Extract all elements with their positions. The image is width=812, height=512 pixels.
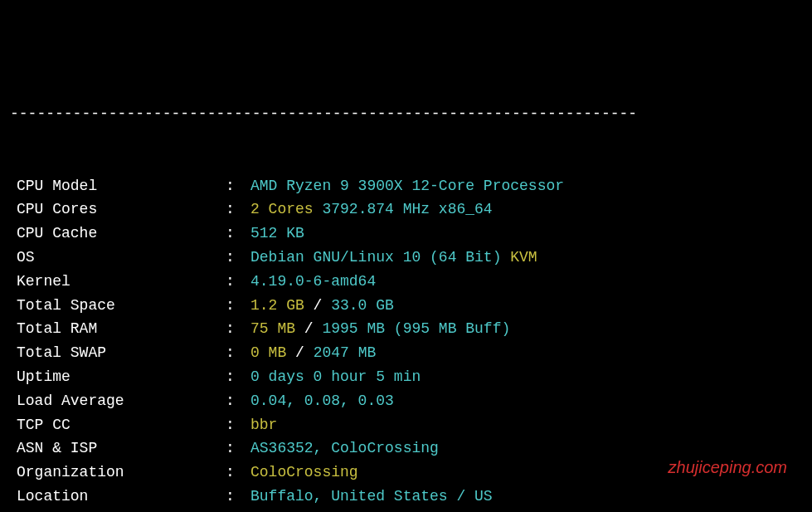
info-row-5-label: Total Space <box>10 294 226 318</box>
watermark: zhujiceping.com <box>669 454 787 480</box>
colon: : <box>226 389 250 413</box>
info-row-13-label: Location <box>10 485 226 509</box>
info-row-5-value: 1.2 GB / 33.0 GB <box>250 294 802 318</box>
info-row-7-value: 0 MB / 2047 MB <box>250 341 802 365</box>
info-row-1: CPU Cores: 2 Cores 3792.874 MHz x86_64 <box>10 197 802 222</box>
info-row-2-value: 512 KB <box>250 222 802 246</box>
info-row-3-value: Debian GNU/Linux 10 (64 Bit) KVM <box>250 246 802 270</box>
info-row-8-value: 0 days 0 hour 5 min <box>250 365 802 389</box>
colon: : <box>226 341 250 365</box>
colon: : <box>226 246 250 270</box>
info-row-6-label: Total RAM <box>10 317 226 341</box>
info-row-1-value: 2 Cores 3792.874 MHz x86_64 <box>250 197 802 222</box>
info-row-1-label: CPU Cores <box>10 197 226 222</box>
info-row-3-label: OS <box>10 246 226 270</box>
info-row-12-label: Organization <box>10 461 226 485</box>
colon: : <box>226 222 250 246</box>
colon: : <box>226 270 250 294</box>
info-row-0-label: CPU Model <box>10 174 226 198</box>
info-row-13: Location: Buffalo, United States / US <box>10 485 802 509</box>
divider-top: ----------------------------------------… <box>10 102 802 126</box>
info-row-8: Uptime: 0 days 0 hour 5 min <box>10 365 802 389</box>
info-row-2-label: CPU Cache <box>10 222 226 246</box>
info-row-9-label: Load Average <box>10 389 226 413</box>
colon: : <box>226 294 250 318</box>
info-row-6-value: 75 MB / 1995 MB (995 MB Buff) <box>250 317 802 341</box>
colon: : <box>226 413 250 437</box>
info-row-0-value: AMD Ryzen 9 3900X 12-Core Processor <box>250 174 802 198</box>
info-row-9-value: 0.04, 0.08, 0.03 <box>250 389 802 413</box>
info-row-14-label: Region <box>10 509 226 512</box>
info-row-8-label: Uptime <box>10 365 226 389</box>
colon: : <box>226 485 250 509</box>
colon: : <box>226 461 250 485</box>
colon: : <box>226 317 250 341</box>
info-row-14-value: New York <box>250 509 802 512</box>
info-row-4: Kernel: 4.19.0-6-amd64 <box>10 270 802 294</box>
info-row-9: Load Average: 0.04, 0.08, 0.03 <box>10 389 802 413</box>
colon: : <box>226 436 250 461</box>
info-row-14: Region: New York <box>10 509 802 512</box>
info-row-3: OS: Debian GNU/Linux 10 (64 Bit) KVM <box>10 246 802 270</box>
info-row-10-label: TCP CC <box>10 413 226 437</box>
info-row-4-label: Kernel <box>10 270 226 294</box>
info-row-5: Total Space: 1.2 GB / 33.0 GB <box>10 294 802 318</box>
colon: : <box>226 365 250 389</box>
info-row-0: CPU Model: AMD Ryzen 9 3900X 12-Core Pro… <box>10 174 802 198</box>
colon: : <box>226 509 250 512</box>
info-row-11-label: ASN & ISP <box>10 436 226 461</box>
info-row-10-value: bbr <box>250 413 802 437</box>
colon: : <box>226 174 250 198</box>
info-row-4-value: 4.19.0-6-amd64 <box>250 270 802 294</box>
info-row-7: Total SWAP: 0 MB / 2047 MB <box>10 341 802 365</box>
info-row-2: CPU Cache: 512 KB <box>10 222 802 246</box>
colon: : <box>226 197 250 222</box>
info-row-6: Total RAM: 75 MB / 1995 MB (995 MB Buff) <box>10 317 802 341</box>
info-row-7-label: Total SWAP <box>10 341 226 365</box>
info-row-10: TCP CC: bbr <box>10 413 802 437</box>
info-row-13-value: Buffalo, United States / US <box>250 485 802 509</box>
